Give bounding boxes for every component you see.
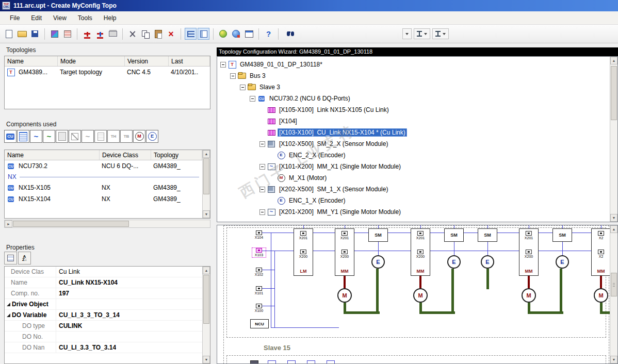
mm-module[interactable]: X201X200MM xyxy=(411,228,430,276)
motor-circle[interactable]: M xyxy=(522,288,536,303)
wave-blue-icon[interactable] xyxy=(30,130,42,143)
sm-module[interactable]: SM xyxy=(478,228,497,242)
column-header-device-class[interactable]: Device Class xyxy=(100,150,151,160)
expand-toggle[interactable] xyxy=(230,73,236,79)
wave-green-icon[interactable] xyxy=(43,130,55,143)
column-header-name[interactable]: Name xyxy=(5,150,100,160)
slave15-component[interactable] xyxy=(327,360,335,363)
delete-icon[interactable] xyxy=(165,28,177,40)
component-row[interactable]: NCU730.2NCU 6 DQ-...GM4389_ xyxy=(5,160,202,172)
ncu-port-x102[interactable]: X102 xyxy=(252,268,266,277)
scroll-down-button[interactable]: ▼ xyxy=(203,356,210,363)
expand-toggle[interactable] xyxy=(259,187,265,192)
module-gray-icon[interactable] xyxy=(56,130,68,143)
encoder-icon[interactable] xyxy=(146,130,158,143)
sort-alphabetical-button[interactable] xyxy=(18,252,31,264)
expand-toggle[interactable] xyxy=(259,209,265,215)
expand-toggle[interactable] xyxy=(250,96,255,102)
properties-scrollbar[interactable]: ▲ ▼ xyxy=(202,267,210,363)
slave15-component[interactable] xyxy=(287,360,296,363)
column-header-topology[interactable]: Topology xyxy=(151,150,202,160)
topology-row[interactable]: GM4389...Target topologyCNC 4.54/10/201.… xyxy=(5,67,210,78)
scroll-down-button[interactable]: ▼ xyxy=(610,214,617,222)
tree-node-label[interactable]: [X104] xyxy=(278,117,299,125)
motor-circle[interactable]: M xyxy=(337,288,352,303)
ncu-port-x100[interactable]: X100 xyxy=(252,304,266,313)
encoder-circle[interactable]: E xyxy=(481,255,494,269)
encoder-circle[interactable]: E xyxy=(447,255,461,269)
tree-node[interactable]: ENC_2_X (Encoder) xyxy=(217,150,610,161)
categorized-view-button[interactable] xyxy=(4,252,17,264)
th-icon[interactable] xyxy=(107,130,120,143)
tree-node[interactable]: Slave 3 xyxy=(217,81,610,93)
column-header-last[interactable]: Last xyxy=(169,56,210,66)
expand-toggle[interactable] xyxy=(240,85,246,90)
motor-circle[interactable]: M xyxy=(413,288,428,303)
tree-node[interactable]: [X104] xyxy=(217,115,610,127)
menu-help[interactable]: Help xyxy=(98,12,122,24)
tree-node-label[interactable]: GM4389_01_01_DP_130118* xyxy=(238,60,324,69)
new-icon[interactable] xyxy=(3,28,15,40)
machine-dropdown-1[interactable] xyxy=(414,28,430,39)
scroll-thumb[interactable] xyxy=(611,66,617,120)
view-ports-icon[interactable] xyxy=(198,28,209,40)
scroll-thumb[interactable] xyxy=(203,158,209,194)
tree-node-label[interactable]: [X103-X100] CU_Link NX15-X104 * (Cu Link… xyxy=(278,128,407,137)
tree-node-label[interactable]: Bus 3 xyxy=(248,72,267,80)
sm-module[interactable]: SM xyxy=(552,228,572,242)
diagram-scrollbar[interactable]: ▲ ▼ xyxy=(610,225,617,363)
sm-module[interactable]: SM xyxy=(444,228,464,242)
property-row[interactable]: DO NanCU_LI_3.3_TO_3.14 xyxy=(5,342,202,353)
module-lines-icon[interactable] xyxy=(17,130,29,143)
property-row[interactable]: DO typeCULINK xyxy=(5,321,202,332)
package-icon[interactable] xyxy=(48,28,60,40)
encoder-circle[interactable]: E xyxy=(371,255,385,269)
lm-module[interactable]: X201X200LM xyxy=(294,228,313,276)
encoder-circle[interactable]: E xyxy=(556,255,569,269)
cut-icon[interactable] xyxy=(126,28,138,40)
options-globe-icon[interactable] xyxy=(217,28,229,40)
tree-node[interactable]: [X201-X200] MM_Y1 (Single Motor Module) xyxy=(217,206,610,218)
vertical-splitter[interactable] xyxy=(210,43,217,364)
tb-icon[interactable] xyxy=(120,130,133,143)
expand-toggle[interactable] xyxy=(259,141,265,147)
slave15-component[interactable] xyxy=(268,360,276,363)
tree-node-label[interactable]: [X101-X200] MM_X1 (Single Motor Module) xyxy=(278,162,402,171)
machine-dropdown-2[interactable] xyxy=(432,28,449,39)
mm-module[interactable]: X2X2MM xyxy=(591,228,610,276)
wave-gray-icon[interactable] xyxy=(82,130,94,143)
scroll-up-button[interactable]: ▲ xyxy=(203,267,210,274)
tree-scrollbar[interactable]: ▲ ▼ xyxy=(610,57,617,222)
topology-edit-icon[interactable] xyxy=(94,28,106,40)
slave15-component[interactable] xyxy=(250,360,258,363)
property-row[interactable]: Device ClasCu Link xyxy=(5,267,202,277)
menu-file[interactable]: File xyxy=(4,12,25,24)
scroll-up-button[interactable]: ▲ xyxy=(610,225,617,233)
config-grid-icon[interactable] xyxy=(61,28,73,40)
property-row[interactable]: DO VariableCU_LI_3_3_TO_3_14 xyxy=(5,310,202,321)
components-hscrollbar[interactable]: ◄ ► xyxy=(4,220,210,228)
column-header-name[interactable]: Name xyxy=(5,56,58,66)
help-icon[interactable] xyxy=(263,28,274,40)
scroll-right-button[interactable]: ► xyxy=(5,220,12,227)
property-row[interactable]: DO No. xyxy=(5,332,202,342)
tree-node-label[interactable]: [X201-X200] MM_Y1 (Single Motor Module) xyxy=(278,208,402,216)
open-icon[interactable] xyxy=(16,28,28,40)
dropdown-arrow-button[interactable] xyxy=(402,28,412,39)
property-row[interactable]: Comp. no.197 xyxy=(5,288,202,299)
scroll-down-button[interactable]: ▼ xyxy=(203,210,210,218)
mm-module[interactable]: X201X200MM xyxy=(519,228,539,276)
property-row[interactable]: NameCU_Link NX15-X104 xyxy=(5,277,202,288)
tree-node[interactable]: GM4389_01_01_DP_130118* xyxy=(217,59,610,70)
ncu-port-x101[interactable]: X101 xyxy=(252,286,266,295)
tree-node[interactable]: [X102-X500] SM_2_X (Sensor Module) xyxy=(217,138,610,150)
component-row[interactable]: NX15-X105NXGM4389_ xyxy=(5,182,202,193)
view-tree-icon[interactable] xyxy=(185,28,197,40)
cu-icon[interactable] xyxy=(4,130,17,143)
print-icon[interactable] xyxy=(107,28,119,40)
topology-create-icon[interactable] xyxy=(81,28,93,40)
scroll-thumb[interactable] xyxy=(611,273,617,296)
ncu-label-box[interactable]: NCU xyxy=(250,319,269,328)
save-icon[interactable] xyxy=(29,28,41,40)
web-globe-icon[interactable] xyxy=(230,28,242,40)
